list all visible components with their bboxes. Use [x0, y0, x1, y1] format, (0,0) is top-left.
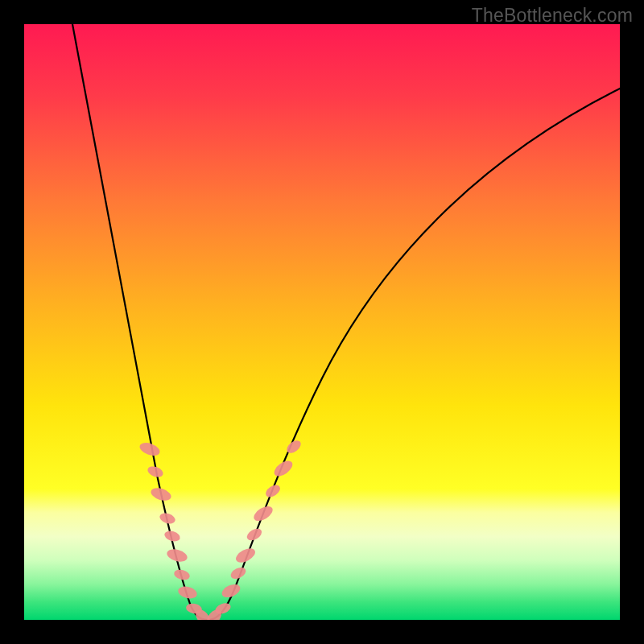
plot-area [24, 24, 620, 620]
watermark-text: TheBottleneck.com [472, 5, 633, 27]
bead-marker [173, 568, 191, 582]
bead-marker [263, 482, 282, 499]
curve-left-curve [72, 24, 208, 620]
curve-right-curve [208, 89, 620, 620]
chart-frame: TheBottleneck.com [0, 0, 644, 644]
bead-marker [251, 503, 275, 524]
bead-marker [177, 584, 199, 600]
bead-marker [245, 526, 263, 543]
bead-marker [138, 440, 161, 458]
bead-marker [159, 511, 177, 526]
curve-layer [24, 24, 620, 620]
bead-marker [163, 529, 182, 543]
bead-marker [149, 485, 172, 502]
